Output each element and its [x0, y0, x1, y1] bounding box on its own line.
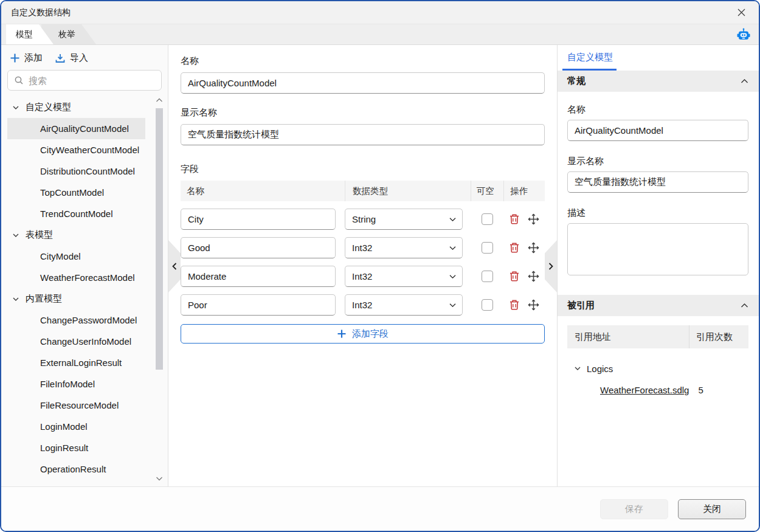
- chevron-down-icon: [449, 217, 456, 222]
- tree-item-cityweathercountmodel[interactable]: CityWeatherCountModel: [1, 139, 168, 161]
- tree-group-table-models[interactable]: 表模型: [1, 224, 168, 246]
- tree-item-changepasswordmodel[interactable]: ChangePasswordModel: [1, 309, 168, 331]
- inspector-tabbar: 自定义模型: [558, 45, 759, 71]
- chevron-down-icon: [12, 104, 19, 111]
- inspector-description-label: 描述: [567, 207, 748, 219]
- move-field-icon[interactable]: [528, 242, 539, 254]
- tree-item-fileresourcemodel[interactable]: FileResourceModel: [1, 395, 168, 416]
- inspector-panel: 自定义模型 常规 名称 显示名称 描述: [557, 45, 759, 486]
- tree-group-builtin-models[interactable]: 内置模型: [1, 288, 168, 309]
- tree-item-operationresult[interactable]: OperationResult: [1, 458, 168, 480]
- tree-item-topcountmodel[interactable]: TopCountModel: [1, 182, 168, 203]
- plus-icon: [10, 53, 20, 63]
- referenced-section-header[interactable]: 被引用: [558, 295, 759, 316]
- robot-assistant-icon[interactable]: [736, 27, 751, 43]
- reference-item: WeatherForecast.sdlg 5: [558, 379, 759, 401]
- tree-item-externalloginresult[interactable]: ExternalLoginResult: [1, 352, 168, 373]
- chevron-down-icon: [449, 246, 456, 250]
- delete-field-icon[interactable]: [509, 242, 520, 254]
- nullable-checkbox[interactable]: [482, 242, 493, 254]
- chevron-up-icon[interactable]: [741, 78, 748, 84]
- field-type-select[interactable]: Int32: [345, 237, 463, 258]
- inspector-tab-custom-model[interactable]: 自定义模型: [562, 52, 617, 71]
- search-input[interactable]: [29, 75, 155, 86]
- inspector-display-name-input[interactable]: [567, 171, 748, 193]
- scroll-up-icon[interactable]: [155, 96, 164, 105]
- move-field-icon[interactable]: [528, 299, 539, 311]
- tree-item-loginmodel[interactable]: LoginModel: [1, 416, 168, 437]
- general-section-header[interactable]: 常规: [558, 71, 759, 92]
- field-name-input[interactable]: [181, 237, 336, 258]
- reference-tree: Logics WeatherForecast.sdlg 5: [558, 358, 759, 401]
- tree-item-distributioncountmodel[interactable]: DistributionCountModel: [1, 161, 168, 182]
- chevron-down-icon: [12, 232, 19, 239]
- move-field-icon[interactable]: [528, 213, 539, 225]
- field-type-select[interactable]: Int32: [345, 266, 463, 287]
- model-tree: 自定义模型 AirQualityCountModel CityWeatherCo…: [1, 97, 168, 480]
- delete-field-icon[interactable]: [509, 299, 520, 311]
- inspector-display-name-label: 显示名称: [567, 156, 748, 167]
- tree-item-loginresult[interactable]: LoginResult: [1, 437, 168, 458]
- fields-label: 字段: [181, 164, 545, 175]
- add-field-button[interactable]: 添加字段: [181, 324, 545, 344]
- dialog-body: 添加 导入 自定义模型: [1, 45, 759, 486]
- inspector-name-input[interactable]: [567, 120, 748, 141]
- header-datatype: 数据类型: [345, 181, 471, 201]
- header-name: 名称: [181, 185, 345, 197]
- sidebar-scrollbar[interactable]: [155, 96, 164, 483]
- close-icon[interactable]: [733, 5, 749, 21]
- header-reference-address: 引用地址: [567, 331, 689, 343]
- nullable-checkbox[interactable]: [482, 299, 493, 311]
- field-type-select[interactable]: String: [345, 209, 463, 230]
- field-type-select[interactable]: Int32: [345, 294, 463, 316]
- import-model-button[interactable]: 导入: [55, 52, 88, 64]
- field-row: Int32: [181, 294, 545, 316]
- nullable-checkbox[interactable]: [482, 271, 493, 282]
- field-row: Int32: [181, 237, 545, 258]
- move-field-icon[interactable]: [528, 271, 539, 282]
- general-section-content: 名称 显示名称 描述: [558, 92, 759, 295]
- model-display-name-input[interactable]: [181, 124, 545, 145]
- tree-item-changeuserinfomodel[interactable]: ChangeUserInfoModel: [1, 331, 168, 352]
- close-button[interactable]: 关闭: [678, 499, 746, 519]
- chevron-down-icon: [449, 274, 456, 279]
- reference-table-header: 引用地址 引用次数: [567, 325, 748, 348]
- tree-item-fileinfomodel[interactable]: FileInfoModel: [1, 373, 168, 395]
- field-row: String: [181, 209, 545, 230]
- search-icon: [14, 75, 24, 85]
- tree-group-custom-models[interactable]: 自定义模型: [1, 97, 168, 118]
- chevron-down-icon: [449, 303, 456, 308]
- display-name-label: 显示名称: [181, 107, 545, 119]
- chevron-up-icon[interactable]: [741, 303, 748, 308]
- field-name-input[interactable]: [181, 209, 336, 230]
- field-name-input[interactable]: [181, 266, 336, 287]
- chevron-down-icon: [12, 295, 19, 303]
- tree-item-trendcountmodel[interactable]: TrendCountModel: [1, 203, 168, 224]
- sidebar-toolbar: 添加 导入: [1, 49, 168, 69]
- nullable-checkbox[interactable]: [482, 213, 493, 225]
- scrollbar-thumb[interactable]: [156, 108, 163, 370]
- model-sidebar: 添加 导入 自定义模型: [1, 45, 168, 486]
- footer-bar: 保存 关闭: [1, 486, 759, 531]
- delete-field-icon[interactable]: [509, 271, 520, 282]
- add-model-button[interactable]: 添加: [10, 52, 43, 64]
- reference-link[interactable]: WeatherForecast.sdlg: [600, 385, 689, 395]
- header-operations: 操作: [503, 181, 545, 201]
- chevron-left-icon: [172, 263, 177, 270]
- chevron-down-icon: [574, 365, 581, 372]
- search-box[interactable]: [7, 70, 162, 91]
- save-button[interactable]: 保存: [600, 499, 668, 519]
- delete-field-icon[interactable]: [509, 213, 520, 225]
- scroll-down-icon[interactable]: [155, 474, 164, 483]
- fields-table-header: 名称 数据类型 可空 操作: [181, 181, 545, 201]
- model-name-input[interactable]: [181, 72, 545, 94]
- tree-item-airqualitycountmodel[interactable]: AirQualityCountModel: [7, 118, 145, 139]
- reference-group-logics[interactable]: Logics: [558, 358, 759, 379]
- inspector-description-textarea[interactable]: [567, 223, 748, 275]
- title-bar: 自定义数据结构: [1, 1, 759, 24]
- field-name-input[interactable]: [181, 294, 336, 316]
- reference-count-value: 5: [698, 385, 703, 395]
- tree-item-weatherforecastmodel[interactable]: WeatherForecastModel: [1, 267, 168, 288]
- tree-item-citymodel[interactable]: CityModel: [1, 246, 168, 267]
- chevron-right-icon: [548, 263, 553, 270]
